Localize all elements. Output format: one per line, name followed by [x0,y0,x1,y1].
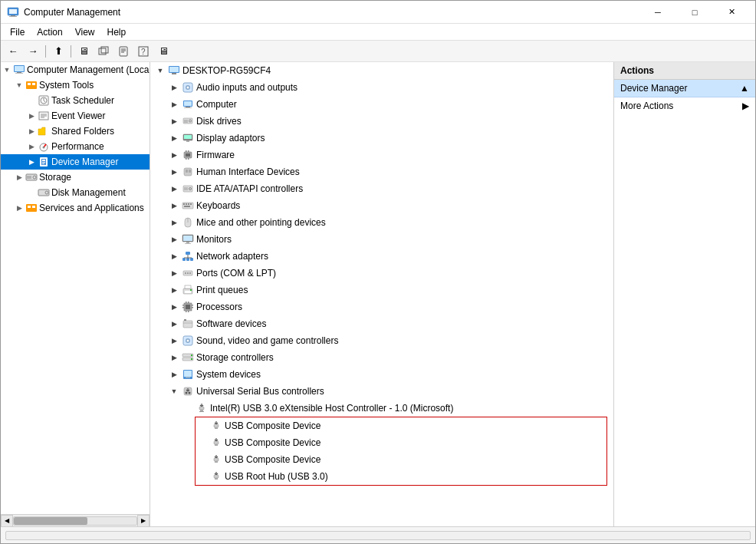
svg-rect-126 [199,407,204,410]
tree-event-viewer[interactable]: ▶ Event Viewer [1,108,150,124]
new-window-button[interactable] [94,43,113,60]
usb-hub-expand: ▶ [196,470,209,483]
svg-rect-110 [183,321,192,328]
action-device-manager[interactable]: Device Manager ▲ [614,80,755,97]
tree-root[interactable]: ▼ Computer Management (Local [1,62,150,77]
forward-button[interactable]: → [24,43,42,60]
ports-expand: ▶ [167,266,181,280]
device-computer[interactable]: ▶ Computer [150,96,613,113]
usb-composite-group: ▶ USB Composite Device ▶ [195,417,607,486]
device-root[interactable]: ▼ DESKTOP-RG59CF4 [150,62,613,79]
task-scheduler-expand: ▶ [25,94,38,107]
svg-rect-83 [186,242,189,243]
display-button[interactable]: 🖥 [154,43,173,60]
usb-composite-1[interactable]: ▶ USB Composite Device [196,417,606,434]
disk-icon [181,114,195,128]
properties-button[interactable] [114,43,133,60]
scroll-left-btn[interactable]: ◀ [1,515,13,527]
svg-rect-68 [186,170,188,173]
sound-label: Sound, video and game controllers [196,335,338,346]
svg-rect-60 [186,140,189,142]
svg-rect-6 [120,47,127,56]
svg-point-93 [185,272,186,274]
left-panel-scrollbar[interactable]: ◀ ▶ [1,514,150,526]
svg-rect-62 [186,153,190,157]
svg-point-124 [186,392,188,394]
tree-device-manager[interactable]: ▶ Device Manager [1,154,150,170]
usb-root-hub[interactable]: ▶ USB Root Hub (USB 3.0) [196,468,606,485]
menu-file[interactable]: File [4,25,31,39]
usb-hub-icon [209,470,223,483]
tree-system-tools[interactable]: ▼ System Tools [1,77,150,93]
svg-rect-78 [190,203,192,205]
maximize-button[interactable]: □ [677,1,712,24]
tree-task-scheduler[interactable]: ▶ Task Scheduler [1,93,150,108]
device-root-expand: ▼ [153,64,167,77]
tree-disk-management[interactable]: ▶ Disk Management [1,185,150,200]
minimize-button[interactable]: ─ [640,1,675,24]
display-icon [181,131,195,145]
sound-icon [181,334,195,348]
tree-performance[interactable]: ▶ Performance [1,139,150,154]
device-network[interactable]: ▶ Network adapters [150,248,613,265]
device-firmware[interactable]: ▶ Firmware [150,147,613,163]
device-print[interactable]: ▶ Print queues [150,282,613,298]
svg-rect-131 [214,441,219,444]
toolbar: ← → ⬆ 🖥 ? 🖥 [1,41,755,62]
scroll-right-btn[interactable]: ▶ [137,515,150,527]
display-label: Display adaptors [196,133,265,143]
help-button[interactable]: ? [134,43,153,60]
usb-expand: ▼ [167,384,181,398]
device-software[interactable]: ▶ Software devices [150,315,613,332]
tree-storage[interactable]: ▶ Storage [1,170,150,185]
svg-rect-65 [186,158,187,160]
usb3-label: USB Composite Device [225,454,320,465]
device-processors[interactable]: ▶ Processors [150,298,613,315]
device-usb-controllers[interactable]: ▼ Universal Serial Bus controllers [150,383,613,400]
device-intel-usb[interactable]: ▶ Intel(R) USB 3.0 eXtensible Host Contr… [150,400,613,417]
device-disk[interactable]: ▶ Disk drives [150,113,613,130]
device-sound[interactable]: ▶ Sound, video and game controllers [150,332,613,349]
sound-expand: ▶ [167,334,181,348]
show-hide-console-button[interactable]: 🖥 [74,43,93,60]
up-button[interactable]: ⬆ [49,43,67,60]
monitors-expand: ▶ [167,232,181,246]
svg-point-95 [189,272,191,274]
device-mice[interactable]: ▶ Mice and other pointing devices [150,214,613,231]
device-hid[interactable]: ▶ Human Interface Devices [150,163,613,180]
svg-rect-101 [186,305,190,309]
device-audio[interactable]: ▶ Audio inputs and outputs [150,79,613,96]
menu-help[interactable]: Help [101,25,133,39]
device-ports[interactable]: ▶ Ports (COM & LPT) [150,265,613,282]
svg-rect-32 [42,160,45,161]
network-icon [181,249,195,263]
menu-view[interactable]: View [69,25,101,39]
back-button[interactable]: ← [4,43,22,60]
tree-shared-folders[interactable]: ▶ Shared Folders [1,124,150,139]
device-keyboards[interactable]: ▶ Keyboards [150,197,613,214]
device-storage-ctrl[interactable]: ▶ Storage controllers [150,349,613,366]
computer-device-icon [181,97,195,111]
device-ide[interactable]: ▶ IDE ATA/ATAPI controllers [150,180,613,197]
device-display[interactable]: ▶ Display adaptors [150,130,613,147]
scroll-thumb [14,517,87,525]
action-more-actions[interactable]: More Actions ▶ [614,97,755,114]
device-monitors[interactable]: ▶ Monitors [150,231,613,248]
system-tools-expand: ▼ [13,79,25,91]
tree-services-apps[interactable]: ▶ Services and Applications [1,200,150,216]
print-label: Print queues [196,285,248,295]
svg-rect-33 [42,162,45,163]
menu-action[interactable]: Action [31,25,68,39]
left-panel-wrapper: ▼ Computer Management (Local ▼ [1,62,150,526]
scroll-track[interactable] [13,516,137,526]
svg-rect-1 [9,9,17,14]
device-system[interactable]: ▶ System devices [150,366,613,383]
bottom-scrollbar[interactable] [5,531,751,540]
svg-point-125 [189,392,191,394]
usb-composite-2[interactable]: ▶ USB Composite Device [196,434,606,451]
close-button[interactable]: ✕ [714,1,749,24]
usb-composite-3[interactable]: ▶ USB Composite Device [196,451,606,468]
svg-rect-132 [215,444,218,446]
keyboards-icon [181,199,195,213]
svg-rect-130 [215,427,218,429]
